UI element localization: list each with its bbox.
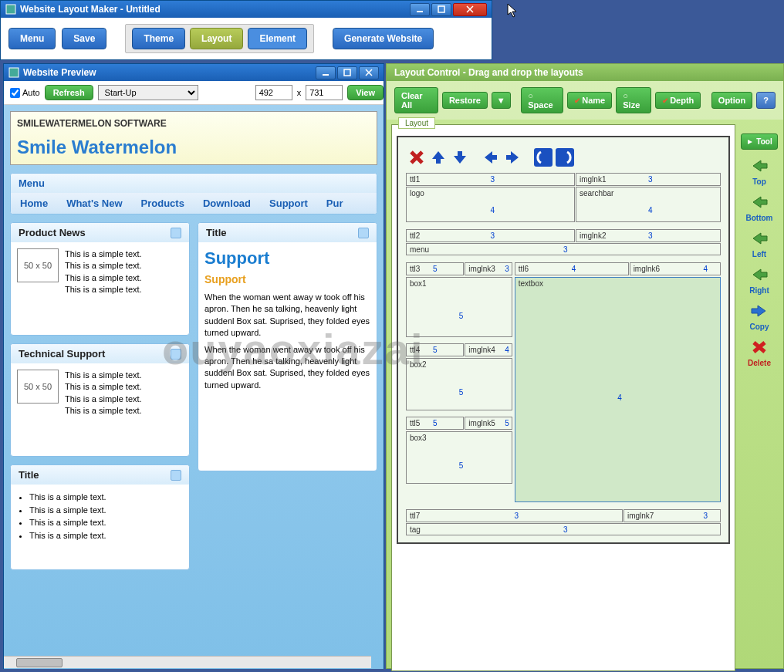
startup-select[interactable]: Start-Up <box>98 85 198 100</box>
panel-title: Title <box>206 227 227 238</box>
site-header: SMILEWATERMELON SOFTWARE Smile Watermelo… <box>10 111 377 165</box>
svg-rect-0 <box>6 5 15 14</box>
panel-title: Product News <box>19 227 86 238</box>
restore-dropdown-icon[interactable]: ▼ <box>492 92 511 109</box>
maximize-button[interactable] <box>431 3 451 16</box>
support-panel: Title Support Support When the woman wen… <box>198 222 377 471</box>
support-text: When the woman went away w took off his … <box>204 292 370 339</box>
menu-item[interactable]: Home <box>11 193 57 214</box>
layout-button[interactable]: Layout <box>190 28 243 49</box>
preview-window: Website Preview Auto Refresh Start-Up x … <box>3 63 384 669</box>
top-button[interactable]: Top <box>742 157 777 186</box>
thumb-placeholder: 50 x 50 <box>17 370 59 404</box>
swap-left-icon[interactable] <box>534 148 553 167</box>
delete-button[interactable]: Delete <box>742 339 777 367</box>
scrollbar-horizontal[interactable] <box>4 656 371 668</box>
layout-title: Layout Control - Drag and drop the layou… <box>387 64 783 81</box>
toolbar-group: Theme Layout Element <box>125 24 314 53</box>
restore-button[interactable]: Restore <box>442 92 488 109</box>
auto-checkbox[interactable]: Auto <box>10 88 40 98</box>
text-line: This is a simple text. <box>65 284 142 295</box>
name-button[interactable]: ✔Name <box>567 92 612 109</box>
text-line: This is a simple text. <box>65 405 142 417</box>
text-line: This is a simple text. <box>65 260 142 272</box>
bullet-item: This is a simple text. <box>29 516 183 529</box>
menu-header: Menu <box>11 174 377 193</box>
generate-button[interactable]: Generate Website <box>333 28 434 49</box>
layout-control-window: Layout Control - Drag and drop the layou… <box>386 63 784 669</box>
arrow-right-icon[interactable] <box>503 148 522 167</box>
text-line: This is a simple text. <box>65 393 142 405</box>
width-field[interactable] <box>255 85 292 100</box>
app-icon <box>8 67 19 78</box>
support-subheading: Support <box>204 273 370 285</box>
minimize-button[interactable] <box>410 3 430 16</box>
text-line: This is a simple text. <box>65 381 142 393</box>
svg-rect-2 <box>438 6 444 12</box>
bullet-item: This is a simple text. <box>29 491 183 504</box>
menu-item[interactable]: Products <box>132 193 194 214</box>
menu-item[interactable]: Support <box>260 193 317 214</box>
support-text: When the woman went away w took off his … <box>204 344 370 392</box>
menu-item[interactable]: What's New <box>57 193 131 214</box>
maximize-button[interactable] <box>337 66 357 79</box>
panel-toggle-icon[interactable] <box>171 470 181 481</box>
preview-titlebar: Website Preview <box>4 64 384 81</box>
theme-button[interactable]: Theme <box>132 28 185 49</box>
bullet-item: This is a simple text. <box>29 504 183 517</box>
title-bullets-panel: Title This is a simple text. This is a s… <box>10 464 190 570</box>
size-button[interactable]: ○ Size <box>616 87 651 113</box>
space-button[interactable]: ○ Space <box>521 87 563 113</box>
save-button[interactable]: Save <box>62 28 106 49</box>
copy-button[interactable]: Copy <box>742 302 777 331</box>
swap-right-icon[interactable] <box>556 148 574 167</box>
svg-rect-5 <box>344 69 350 76</box>
menu-item[interactable]: Download <box>194 193 260 214</box>
option-button[interactable]: Option <box>711 92 752 109</box>
main-window: Website Layout Maker - Untitled Menu Sav… <box>0 0 492 60</box>
help-button[interactable]: ? <box>756 92 776 109</box>
minimize-button[interactable] <box>316 66 336 79</box>
tool-button[interactable]: Tool <box>741 133 777 150</box>
arrow-left-icon[interactable] <box>482 148 500 167</box>
depth-button[interactable]: ✔Depth <box>655 92 701 109</box>
arrow-up-icon[interactable] <box>429 148 448 167</box>
technical-support-panel: Technical Support 50 x 50 This is a simp… <box>10 343 190 457</box>
right-button[interactable]: Right <box>742 266 777 295</box>
close-button[interactable] <box>453 3 487 16</box>
site-logo: Smile Watermelon <box>17 137 370 158</box>
delete-x-icon[interactable] <box>407 148 426 167</box>
cursor-icon <box>507 3 519 20</box>
site-tagline: SMILEWATERMELON SOFTWARE <box>17 118 370 129</box>
bullet-item: This is a simple text. <box>29 529 183 542</box>
support-heading: Support <box>204 248 370 268</box>
clear-all-button[interactable]: Clear All <box>394 87 438 113</box>
panel-toggle-icon[interactable] <box>171 349 181 360</box>
thumb-placeholder: 50 x 50 <box>17 248 59 282</box>
bottom-button[interactable]: Bottom <box>742 194 777 222</box>
preview-close-button[interactable] <box>359 66 379 79</box>
left-button[interactable]: Left <box>742 230 777 258</box>
arrow-down-icon[interactable] <box>451 148 469 167</box>
preview-body: SMILEWATERMELON SOFTWARE Smile Watermelo… <box>4 105 384 669</box>
main-title: Website Layout Maker - Untitled <box>20 4 410 15</box>
menu-button[interactable]: Menu <box>8 28 56 49</box>
app-icon <box>5 4 16 15</box>
element-button[interactable]: Element <box>248 28 307 49</box>
panel-toggle-icon[interactable] <box>358 228 369 238</box>
svg-rect-1 <box>417 11 423 12</box>
svg-rect-3 <box>9 68 19 77</box>
refresh-button[interactable]: Refresh <box>45 85 93 100</box>
height-field[interactable] <box>306 85 343 100</box>
layout-tab[interactable]: Layout <box>398 117 435 129</box>
product-news-panel: Product News 50 x 50 This is a simple te… <box>10 222 190 336</box>
layout-grid[interactable]: ttl13 imglnk13 logo4 searchbar4 ttl23 im… <box>401 170 725 539</box>
text-line: This is a simple text. <box>65 370 142 381</box>
menu-item[interactable]: Pur <box>317 193 353 214</box>
main-toolbar: Menu Save Theme Layout Element Generate … <box>1 18 492 59</box>
panel-toggle-icon[interactable] <box>171 228 181 238</box>
menu-items: Home What's New Products Download Suppor… <box>11 193 377 214</box>
view-button[interactable]: View <box>347 85 384 100</box>
main-titlebar: Website Layout Maker - Untitled <box>1 1 492 18</box>
panel-title: Technical Support <box>19 348 105 360</box>
